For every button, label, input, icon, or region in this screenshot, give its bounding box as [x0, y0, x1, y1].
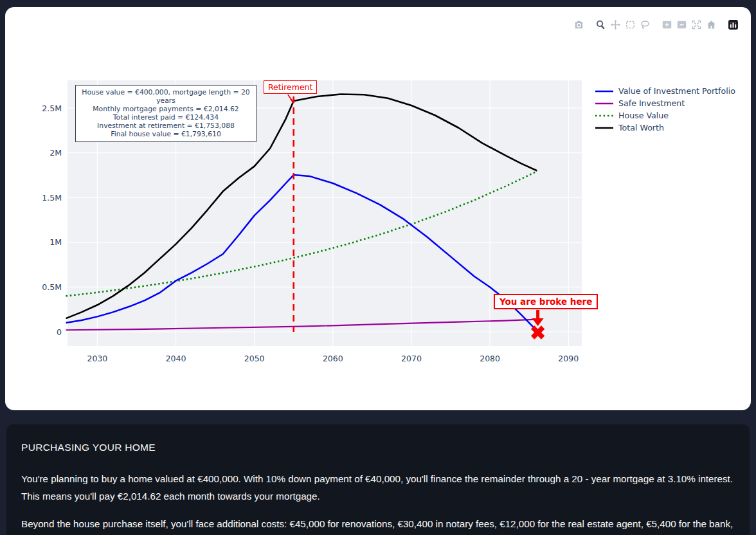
x-tick-label: 2040 — [166, 354, 186, 363]
x-tick-label: 2090 — [558, 354, 579, 363]
legend-swatch-line — [595, 112, 614, 120]
legend-swatch-line — [595, 87, 614, 95]
x-tick-label: 2060 — [323, 354, 343, 363]
legend-item-total-worth[interactable]: Total Worth — [595, 122, 735, 134]
app-page: 203020402050206020702080209000.5M1M1.5M2… — [0, 0, 756, 535]
legend-swatch-line — [595, 100, 614, 107]
y-tick-label: 2M — [50, 148, 62, 158]
chart-legend: Value of Investment Portfolio Safe Inves… — [595, 85, 735, 134]
legend-item-safe-investment[interactable]: Safe Investment — [595, 97, 735, 109]
x-tick-label: 2050 — [244, 354, 265, 363]
legend-swatch-line — [595, 124, 614, 132]
plot-area[interactable]: 203020402050206020702080209000.5M1M1.5M2… — [5, 7, 751, 374]
broke-annotation: You are broke here — [494, 294, 598, 309]
legend-item-investment-portfolio[interactable]: Value of Investment Portfolio — [595, 85, 735, 97]
retirement-annotation: Retirement — [264, 80, 317, 94]
y-tick-label: 0.5M — [42, 282, 62, 292]
y-tick-label: 2.5M — [42, 104, 62, 113]
y-tick-label: 1M — [50, 237, 62, 247]
y-tick-label: 1.5M — [42, 193, 62, 203]
legend-label: Total Worth — [618, 123, 664, 132]
summary-line: Final house value = €1,793,610 — [78, 130, 253, 138]
summary-line: Investment at retirement = €1,753,088 — [78, 122, 253, 130]
x-tick-label: 2070 — [401, 354, 422, 363]
paragraph-mortgage: You're planning to buy a home valued at … — [21, 470, 735, 505]
x-tick-label: 2080 — [480, 354, 500, 363]
paragraph-costs: Beyond the house purchase itself, you'll… — [21, 515, 735, 535]
chart: 203020402050206020702080209000.5M1M1.5M2… — [5, 7, 751, 393]
section-heading: PURCHASING YOUR HOME — [21, 442, 735, 453]
summary-line: House value = €400,000, mortgage length … — [78, 88, 253, 105]
summary-annotation: House value = €400,000, mortgage length … — [75, 85, 256, 142]
legend-item-house-value[interactable]: House Value — [595, 109, 735, 122]
legend-label: House Value — [618, 111, 669, 120]
y-tick-label: 0 — [57, 327, 62, 337]
text-section: PURCHASING YOUR HOME You're planning to … — [6, 424, 750, 535]
x-tick-label: 2030 — [87, 354, 108, 363]
chart-card: 203020402050206020702080209000.5M1M1.5M2… — [5, 7, 751, 410]
legend-label: Value of Investment Portfolio — [618, 86, 735, 96]
summary-line: Monthly mortgage payments = €2,014.62 — [78, 105, 253, 113]
summary-line: Total interest paid = €124,434 — [78, 113, 253, 122]
legend-label: Safe Investment — [618, 98, 685, 108]
